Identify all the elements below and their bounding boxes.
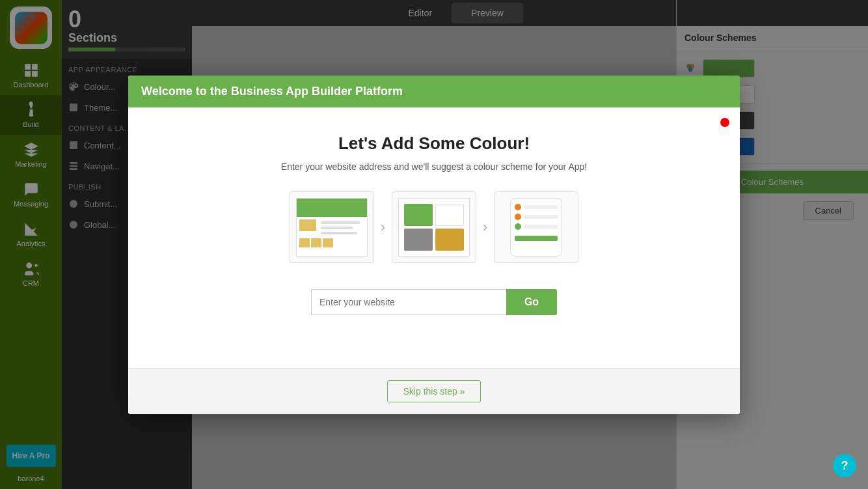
step-arrow-2: › — [483, 219, 487, 236]
modal-subtitle: Enter your website address and we'll sug… — [154, 161, 714, 172]
help-button[interactable]: ? — [833, 454, 856, 477]
modal-input-row: Go — [154, 289, 714, 315]
modal-body: Let's Add Some Colour! Enter your websit… — [128, 107, 740, 368]
step-1-box — [290, 191, 374, 263]
modal-title: Let's Add Some Colour! — [154, 133, 714, 154]
colour-modal: Welcome to the Business App Builder Plat… — [128, 76, 740, 414]
modal-steps: › › — [154, 191, 714, 263]
step-arrow-1: › — [381, 219, 385, 236]
modal-footer: Skip this step » — [128, 368, 740, 414]
skip-button[interactable]: Skip this step » — [387, 380, 481, 402]
step2-colour-swatches — [398, 198, 470, 257]
website-input[interactable] — [311, 289, 506, 315]
modal-close-button[interactable] — [720, 118, 729, 127]
modal-header: Welcome to the Business App Builder Plat… — [128, 76, 740, 107]
step3-phone-mockup — [510, 198, 562, 257]
go-button[interactable]: Go — [506, 289, 557, 315]
step-3-box — [494, 191, 578, 263]
modal-header-title: Welcome to the Business App Builder Plat… — [141, 85, 403, 98]
step1-website-mockup — [296, 198, 368, 257]
step-2-box — [392, 191, 476, 263]
